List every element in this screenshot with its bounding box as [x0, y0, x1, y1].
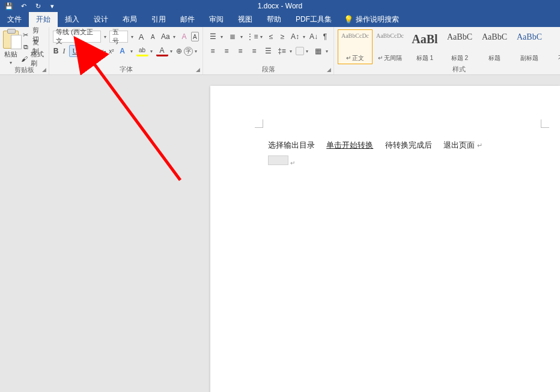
font-size-combo[interactable]: 五号 [109, 31, 128, 43]
redo-icon[interactable]: ↻ [32, 1, 43, 11]
group-clipboard: 粘贴 ▾ ✂ 剪切 ⧉ 复制 🖌 格式刷 剪贴板 ◢ [0, 27, 49, 74]
underline-dropdown-icon[interactable]: ▾ [81, 49, 87, 54]
save-icon[interactable]: 💾 [4, 1, 14, 11]
justify-button[interactable]: ≡ [248, 45, 260, 57]
clipboard-dialog-launcher[interactable]: ◢ [40, 66, 47, 73]
tell-me-search[interactable]: 💡 操作说明搜索 [339, 12, 404, 27]
style-item-4[interactable]: AaBbC标题 [477, 29, 512, 64]
paste-button[interactable]: 粘贴 ▾ [2, 28, 19, 65]
tab-review[interactable]: 审阅 [202, 12, 231, 27]
align-center-button[interactable]: ≡ [221, 45, 233, 57]
tab-pdf-tools[interactable]: PDF工具集 [288, 12, 339, 27]
borders-button[interactable]: ▦ [312, 45, 324, 57]
qat-more-icon[interactable]: ▾ [47, 1, 58, 11]
group-font: 等线 (西文正文 ▾ 五号 ▾ A A Aa▾ A A B I U▾ abc x… [49, 27, 203, 74]
font-dialog-launcher[interactable]: ◢ [194, 66, 201, 73]
style-preview: AaBbCcDc [341, 32, 369, 39]
shading-dropdown-icon[interactable]: ▾ [304, 49, 310, 54]
doc-text[interactable]: 待转换完成后 [385, 140, 432, 149]
style-item-0[interactable]: AaBbCcDc↵ 正文 [338, 29, 373, 64]
underline-button[interactable]: U [69, 45, 81, 57]
enclose-char-button[interactable]: 字 [184, 47, 193, 56]
font-color-dropdown-icon[interactable]: ▾ [168, 49, 174, 54]
subscript-button[interactable]: x₂ [100, 45, 106, 57]
style-item-3[interactable]: AaBbC标题 2 [442, 29, 477, 64]
doc-paragraph[interactable]: 选择输出目录 单击开始转换 待转换完成后 退出页面↵ [268, 139, 536, 152]
bullets-dropdown-icon[interactable]: ▾ [219, 34, 225, 40]
format-painter-button[interactable]: 🖌 格式刷 [21, 53, 45, 64]
phonetic-guide-button[interactable]: ⊕ [176, 45, 182, 57]
style-preview: AaBl [412, 32, 437, 46]
grow-font-button[interactable]: A [136, 31, 146, 43]
tab-references[interactable]: 引用 [144, 12, 173, 27]
undo-icon[interactable]: ↶ [18, 1, 29, 11]
font-color-button[interactable]: A [156, 46, 168, 56]
doc-text[interactable]: 退出页面 [443, 140, 475, 149]
change-case-button[interactable]: Aa [159, 31, 171, 43]
text-effects-button[interactable]: A [117, 45, 129, 57]
char-border-button[interactable]: A [191, 32, 199, 41]
sort-button[interactable]: A↓ [309, 31, 318, 43]
paragraph-mark-icon: ↵ [477, 142, 482, 149]
numbering-dropdown-icon[interactable]: ▾ [239, 34, 245, 40]
group-styles-label: 样式 [336, 65, 560, 74]
bold-button[interactable]: B [53, 45, 59, 57]
style-item-6[interactable]: Aa不明 [547, 29, 560, 64]
paste-dropdown-icon[interactable]: ▾ [8, 60, 14, 65]
multilevel-dropdown-icon[interactable]: ▾ [258, 34, 264, 40]
highlight-dropdown-icon[interactable]: ▾ [148, 49, 154, 54]
tab-design[interactable]: 设计 [87, 12, 115, 27]
style-item-2[interactable]: AaBl标题 1 [407, 29, 442, 64]
tab-home[interactable]: 开始 [29, 12, 58, 27]
document-body[interactable]: 选择输出目录 单击开始转换 待转换完成后 退出页面↵ [268, 139, 536, 165]
align-left-button[interactable]: ≡ [207, 45, 219, 57]
font-name-combo[interactable]: 等线 (西文正文 [53, 31, 101, 43]
highlight-button[interactable]: ab [136, 46, 148, 56]
italic-button[interactable]: I [61, 45, 67, 57]
tab-mailings[interactable]: 邮件 [173, 12, 202, 27]
text-direction-button[interactable]: A↕ [289, 31, 301, 43]
tab-file[interactable]: 文件 [0, 12, 29, 27]
increase-indent-button[interactable]: ≥ [278, 31, 287, 43]
style-item-1[interactable]: AaBbCcDc↵ 无间隔 [373, 29, 407, 64]
paste-icon [3, 31, 19, 49]
style-name: 标题 1 [416, 54, 433, 62]
text-direction-dropdown-icon[interactable]: ▾ [301, 34, 307, 40]
font-size-dropdown-icon[interactable]: ▾ [130, 34, 135, 40]
numbering-button[interactable]: ≣ [227, 31, 239, 43]
doc-text-underlined[interactable]: 单击开始转换 [326, 140, 373, 149]
tab-layout[interactable]: 布局 [115, 12, 144, 27]
style-preview: AaBbC [517, 32, 542, 42]
doc-text[interactable]: 选择输出目录 [268, 140, 315, 149]
font-name-dropdown-icon[interactable]: ▾ [103, 34, 108, 40]
show-marks-button[interactable]: ¶ [320, 31, 330, 43]
style-preview: AaBbCcDc [376, 32, 404, 39]
line-spacing-button[interactable]: ‡≡ [276, 45, 288, 57]
lightbulb-icon: 💡 [344, 15, 353, 24]
text-effects-dropdown-icon[interactable]: ▾ [129, 49, 135, 54]
multilevel-list-button[interactable]: ⋮≡ [246, 31, 258, 43]
superscript-button[interactable]: x² [108, 45, 114, 57]
paragraph-dialog-launcher[interactable]: ◢ [325, 66, 332, 73]
line-spacing-dropdown-icon[interactable]: ▾ [288, 49, 294, 54]
decrease-indent-button[interactable]: ≤ [266, 31, 276, 43]
enclose-dropdown-icon[interactable]: ▾ [193, 49, 199, 54]
tab-view[interactable]: 视图 [231, 12, 260, 27]
style-item-5[interactable]: AaBbC副标题 [512, 29, 547, 64]
align-right-button[interactable]: ≡ [234, 45, 246, 57]
strikethrough-button[interactable]: abc [89, 45, 99, 57]
ribbon: 粘贴 ▾ ✂ 剪切 ⧉ 复制 🖌 格式刷 剪贴板 ◢ [0, 27, 560, 75]
shrink-font-button[interactable]: A [148, 31, 157, 43]
change-case-dropdown-icon[interactable]: ▾ [171, 34, 177, 40]
borders-dropdown-icon[interactable]: ▾ [324, 49, 330, 54]
bullets-button[interactable]: ☰ [207, 31, 219, 43]
shading-button[interactable] [296, 47, 304, 55]
inline-image-placeholder[interactable] [268, 155, 288, 165]
distribute-button[interactable]: ☰ [262, 45, 274, 57]
style-name: ↵ 正文 [346, 54, 365, 62]
document-canvas[interactable]: 选择输出目录 单击开始转换 待转换完成后 退出页面↵ [0, 75, 560, 392]
clear-formatting-button[interactable]: A [179, 31, 189, 43]
tab-help[interactable]: 帮助 [260, 12, 288, 27]
tab-insert[interactable]: 插入 [58, 12, 87, 27]
page[interactable]: 选择输出目录 单击开始转换 待转换完成后 退出页面↵ [210, 86, 560, 392]
